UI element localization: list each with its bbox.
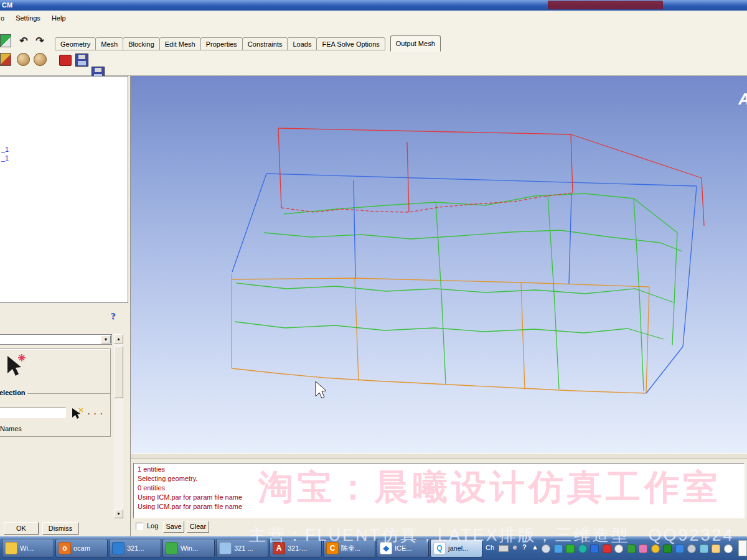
pick-cursor-icon[interactable] (70, 407, 83, 421)
tray-icon[interactable] (603, 544, 611, 553)
tree-item[interactable]: _1 (0, 145, 128, 154)
tray-icon[interactable] (724, 544, 733, 553)
save-log-button[interactable]: Save (163, 521, 184, 533)
globe-icon[interactable] (17, 53, 30, 66)
message-log[interactable]: 1 entitiesSelecting geometry.0 entitiesU… (133, 463, 745, 518)
window-title: CM (2, 1, 12, 9)
tray-icon[interactable] (566, 544, 575, 553)
taskbar-button-icem[interactable]: ◆ICE... (377, 539, 429, 558)
tab-edit-mesh[interactable]: Edit Mesh (159, 37, 201, 50)
app-window: CM oSettingsHelp GeometryMeshBlockingEdi… (0, 0, 747, 560)
wireframe-edge-orange (355, 278, 359, 381)
taskbar-button-pdf-reader[interactable]: C陈奎... (323, 539, 375, 558)
tray-icon[interactable] (700, 544, 708, 553)
tray-glyph-up[interactable]: ▲ (532, 543, 538, 551)
tray-glyph-e[interactable]: e (513, 543, 517, 551)
tray-icon[interactable] (687, 544, 696, 553)
redo-icon[interactable]: ↷ (32, 34, 47, 47)
taskbar-button-label: ICE... (395, 544, 412, 552)
chevron-down-icon[interactable]: ▼ (101, 335, 111, 343)
wireframe-edge-red (702, 178, 704, 226)
tray-icon[interactable] (675, 544, 684, 553)
panel-scrollbar[interactable]: ▲ ▼ (114, 334, 123, 518)
log-checkbox[interactable] (136, 523, 143, 530)
tray-icon[interactable] (712, 544, 720, 553)
menu-item-o[interactable]: o (0, 11, 10, 26)
selection-input[interactable] (0, 408, 66, 418)
taskbar-button-label: 陈奎... (341, 544, 360, 553)
taskbar-button-document[interactable]: 321 ... (216, 539, 268, 558)
dismiss-button[interactable]: Dismiss (42, 522, 78, 534)
new-project-icon[interactable] (0, 34, 11, 47)
save-icon[interactable] (75, 54, 88, 67)
wireframe-edge-red (278, 128, 281, 208)
more-options-button[interactable]: . . . (88, 408, 103, 416)
icem-icon: ◆ (380, 542, 392, 554)
tray-icon[interactable] (651, 544, 660, 553)
tray-glyph-item[interactable]: ? (522, 543, 527, 551)
taskbar-button-label: Win... (181, 544, 198, 552)
pdf-reader-icon: C (326, 542, 339, 554)
model-tree[interactable]: _1_1 (0, 76, 128, 303)
tab-geometry[interactable]: Geometry (55, 37, 96, 50)
taskbar-button-ocam[interactable]: oocam (55, 539, 108, 558)
scrollbar-thumb[interactable] (114, 346, 123, 398)
tray-icon[interactable] (663, 544, 672, 553)
qq-icon: Q (433, 542, 446, 554)
show-desktop-button[interactable] (738, 540, 747, 556)
tree-item[interactable]: _1 (0, 154, 128, 162)
selection-combobox[interactable]: ▼ (0, 334, 112, 345)
scroll-up-icon[interactable]: ▲ (114, 334, 123, 343)
tab-fea-solve-options[interactable]: FEA Solve Options (316, 37, 385, 50)
taskbar-button-image-viewer[interactable]: 321... (109, 539, 161, 558)
scroll-down-icon[interactable]: ▼ (114, 509, 123, 518)
record-icon[interactable] (59, 55, 72, 66)
taskbar-button-media-window[interactable]: Win... (162, 539, 215, 558)
tab-blocking[interactable]: Blocking (123, 37, 160, 50)
menu-item-settings[interactable]: Settings (10, 11, 46, 26)
wireframe-edge-green (672, 233, 677, 345)
left-panel: _1_1 ? ▼ ▲ ▼ election . . . Names (0, 76, 131, 536)
selection-group-label: election (0, 389, 27, 396)
titlebar-watermark (548, 1, 663, 9)
tab-constraints[interactable]: Constraints (242, 37, 288, 50)
keyboard-icon[interactable] (499, 545, 509, 552)
tray-icon[interactable] (639, 544, 647, 553)
tray-icon[interactable] (578, 544, 587, 553)
wireframe-edge-blue (683, 186, 697, 347)
taskbar-button-qq[interactable]: Qjanel... (430, 539, 482, 558)
tab-loads[interactable]: Loads (287, 37, 317, 50)
splitter-handle[interactable] (131, 453, 747, 459)
viewport-3d[interactable]: A (131, 76, 747, 453)
tray-icon[interactable] (590, 544, 599, 553)
taskbar: Ch Wi...oocam321...Win...321 ...A321-...… (0, 536, 747, 560)
clear-log-button[interactable]: Clear (187, 521, 209, 533)
help-icon[interactable]: ? (111, 311, 116, 322)
tray-icon[interactable] (542, 544, 550, 553)
globe-icon-2[interactable] (34, 53, 47, 66)
wireframe-edge-red (278, 128, 571, 134)
tab-output-mesh[interactable]: Output Mesh (390, 35, 441, 52)
wireframe-edge-green (235, 322, 664, 339)
tab-mesh[interactable]: Mesh (95, 37, 123, 50)
wireframe-edge-blue (646, 347, 683, 393)
tray-icon[interactable] (627, 544, 636, 553)
language-indicator[interactable]: Ch (486, 544, 494, 551)
wireframe-edge-green (436, 202, 446, 384)
media-window-icon (166, 542, 178, 554)
taskbar-button-autocad[interactable]: A321-... (270, 539, 322, 558)
undo-icon[interactable]: ↶ (16, 34, 31, 47)
wireframe-edge-blue (569, 194, 571, 284)
log-label: Log (147, 522, 158, 530)
menu-item-help[interactable]: Help (46, 11, 72, 26)
taskbar-button-label: ocam (73, 544, 90, 552)
title-bar[interactable]: CM (0, 0, 747, 11)
open-project-icon[interactable] (0, 53, 11, 66)
tray-icon[interactable] (614, 544, 623, 553)
taskbar-button-label: janel... (448, 544, 468, 552)
taskbar-button-explorer[interactable]: Wi... (2, 539, 54, 558)
ok-button[interactable]: OK (4, 522, 39, 534)
tray-icon[interactable] (554, 544, 563, 553)
tab-properties[interactable]: Properties (200, 37, 243, 50)
pick-tool-icon[interactable] (2, 353, 26, 380)
